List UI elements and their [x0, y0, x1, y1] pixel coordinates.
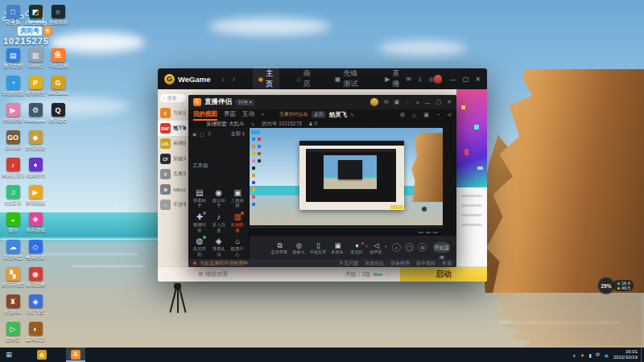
desktop-icon-炫舞时代[interactable]: ♦炫舞时代 [24, 158, 47, 179]
toggle-icon-1[interactable]: ◯ [405, 243, 414, 252]
notice-link[interactable]: 常见问题 [339, 260, 358, 267]
tool-观众助手[interactable]: ◉观众助手 [209, 186, 229, 210]
desktop-icon-休闲游戏[interactable]: ❖休闲游戏 [24, 212, 47, 233]
tray-network-icon[interactable]: ◉ [605, 352, 609, 358]
titlebar-icon[interactable]: ▣ [394, 99, 400, 105]
sidebar-item-NBA2K[interactable]: MNBA2K [158, 182, 188, 197]
sidebar-item-英雄联盟[interactable]: LOL英雄联盟 [158, 136, 188, 151]
clock[interactable]: 16:01 2021/10/19 [613, 349, 638, 360]
source-all-label[interactable]: 全部 1 [231, 130, 245, 138]
maximize-icon[interactable]: ▢ [436, 99, 442, 105]
desktop-icon-腾讯视频[interactable]: ▶腾讯视频 [24, 185, 47, 206]
tray-language-indicator[interactable]: 中 [596, 352, 601, 359]
tool-配置中心[interactable]: ⌂配置中心 [228, 234, 247, 258]
toggle-icon-2[interactable]: ⚙ [418, 243, 427, 252]
titlebar-icon[interactable]: ✉ [406, 76, 411, 83]
desktop-icon-爱奇艺[interactable]: ▷爱奇艺 [2, 322, 24, 343]
tray-expand-icon[interactable]: ∧ [572, 352, 576, 358]
view-tab-界面[interactable]: 界面 [224, 109, 236, 121]
lock-icon[interactable]: ▢ [200, 131, 204, 137]
toggle-icon-0[interactable]: ◐ [392, 243, 401, 252]
desktop-icon-暴风影音[interactable]: ◐暴风影音 [24, 322, 47, 343]
desktop-icon-哔哩哔哩[interactable]: ▶哔哩哔哩 [2, 103, 24, 124]
companion-titlebar[interactable]: 斗 直播伴侣 特色 ▾ ✉▣♢≡—▢✕ [188, 95, 456, 109]
desktop-icon-QQ飞车[interactable]: ◈QQ飞车 [24, 294, 47, 315]
list-row[interactable] [461, 204, 482, 207]
sidebar-item-无畏契约[interactable]: V无畏契约 [158, 167, 188, 182]
titlebar-icon[interactable]: ♢ [405, 99, 410, 105]
tab-主页[interactable]: ◉主页 [253, 66, 279, 92]
desktop-icon-GeForce[interactable]: ◩GeForce [24, 5, 47, 26]
close-icon[interactable]: ✕ [475, 76, 481, 83]
desktop-icon-回收站[interactable]: ▥回收站 [24, 48, 47, 69]
assist-settings-button[interactable]: ⚙ 辅助设置 [198, 270, 228, 278]
minimize-icon[interactable]: — [450, 76, 456, 83]
tool-多人连麦[interactable]: ♪多人连麦 [209, 210, 229, 234]
desktop-icon-绝地求生[interactable]: P绝地求生 [24, 76, 47, 97]
view-tab-我的视图[interactable]: 我的视图 [193, 109, 217, 121]
desktop-icon-欢乐斗地主[interactable]: ▚欢乐斗地主 [2, 267, 24, 288]
tab-商店[interactable]: ⌂商店 [292, 66, 317, 92]
list-row[interactable] [461, 214, 482, 216]
server-select[interactable]: 大区：1区 New ⌃ [345, 270, 389, 278]
bell-icon[interactable]: ◔ [436, 112, 440, 118]
desktop-icon-红警OL[interactable]: ♜红警OL [2, 294, 24, 315]
performance-overlay[interactable]: 29% 16.449.5 [597, 277, 634, 294]
sidebar-item-地下城与勇士[interactable]: DNF地下城与勇士 [158, 121, 188, 136]
titlebar-icon[interactable]: ✉ [384, 99, 389, 105]
eye-icon[interactable]: ◉ [192, 131, 196, 137]
desktop-icon-百度网盘[interactable]: ☁百度网盘 [2, 240, 24, 261]
pin-icon[interactable]: △ [412, 112, 416, 118]
list-row[interactable] [461, 224, 482, 226]
desktop-icon-Wallpaper Engine[interactable]: ⚙Wallpaper Engine [24, 103, 47, 124]
share-icon[interactable]: ≺ [447, 112, 452, 118]
scene-chip[interactable]: 桌面 [312, 111, 326, 118]
game-category[interactable]: 英雄联盟·大乱斗 [206, 121, 245, 128]
titlebar-icon[interactable]: ⤓ [419, 75, 422, 83]
desktop-icon-电脑管家[interactable]: ◇电脑管家 [24, 240, 47, 261]
tool-高光时刻[interactable]: ◍高光时刻 [190, 234, 209, 258]
view-tab-互动[interactable]: 互动 [242, 109, 254, 121]
grid-icon[interactable]: ⊞ [400, 112, 405, 118]
version-chip[interactable]: 特色 ▾ [235, 99, 255, 106]
desktop-icon-喜马拉雅[interactable]: ◉喜马拉雅 [24, 267, 47, 288]
close-icon[interactable]: ✕ [447, 99, 452, 105]
launch-game-button[interactable]: 启动 [400, 267, 487, 282]
tab-直播[interactable]: ▶直播 [380, 66, 406, 92]
user-avatar[interactable] [434, 75, 441, 84]
start-button[interactable]: ⊞ [0, 351, 18, 359]
desktop-icon-腾讯文档[interactable]: ▤腾讯文档 [2, 48, 24, 69]
notice-link[interactable]: 设备检测 [390, 260, 410, 267]
wegame-titlebar[interactable]: G WeGame ‹ › ◉主页⌂商店▣先锋测试▶直播 ✉⤓◎ —▢✕ [158, 68, 487, 89]
stream-preview[interactable] [250, 128, 443, 228]
tray-app-icon[interactable]: ▲ [580, 352, 584, 357]
taskbar-app-wegame[interactable]: G [32, 348, 52, 362]
chevron-down-icon[interactable]: ▾ [385, 244, 387, 249]
desktop-icon-斗鱼直播[interactable]: 鱼斗鱼直播 [47, 48, 69, 69]
show-desktop-button[interactable] [641, 348, 644, 362]
layout-icon[interactable]: ▣ [423, 112, 429, 118]
titlebar-icon[interactable]: ◎ [428, 76, 434, 83]
desktop-icon-微信[interactable]: ◒微信 [2, 212, 24, 233]
nav-forward-icon[interactable]: › [233, 75, 235, 84]
edit-icon[interactable]: ✎ [251, 121, 255, 127]
game-search-input[interactable]: ⌕ 搜索 [160, 94, 186, 102]
maximize-icon[interactable]: ▢ [463, 76, 469, 83]
user-avatar[interactable] [370, 98, 378, 106]
tray-battery-icon[interactable]: ▮ [588, 352, 591, 358]
desktop-icon-CS:GO[interactable]: GOCS:GO [2, 130, 24, 151]
tool-上镜美颜[interactable]: ▣上镜美颜 [228, 186, 247, 210]
tab-先锋测试[interactable]: ▣先锋测试 [330, 66, 367, 92]
control-麦克风[interactable]: ♦麦克风▾ [347, 241, 366, 254]
control-多媒体[interactable]: ▣多媒体 [328, 241, 347, 254]
sidebar-item-穿越火线[interactable]: CF穿越火线 [158, 151, 188, 167]
control-手机投屏[interactable]: ▯手机投屏 [308, 241, 328, 254]
game-banner-image[interactable] [456, 89, 487, 187]
sidebar-item-当前运行[interactable]: C当前运行 [158, 105, 188, 121]
desktop-icon-此电脑[interactable]: □此电脑 [2, 5, 24, 26]
titlebar-icon[interactable]: ≡ [415, 100, 419, 105]
control-摄像头[interactable]: ◎摄像头 [289, 241, 308, 254]
desktop-icon-腾讯QQ[interactable]: Q腾讯QQ [47, 103, 69, 124]
tool-视频特效[interactable]: ✚视频特效 [190, 210, 209, 234]
start-stream-button[interactable]: 开始直播 [433, 242, 450, 253]
